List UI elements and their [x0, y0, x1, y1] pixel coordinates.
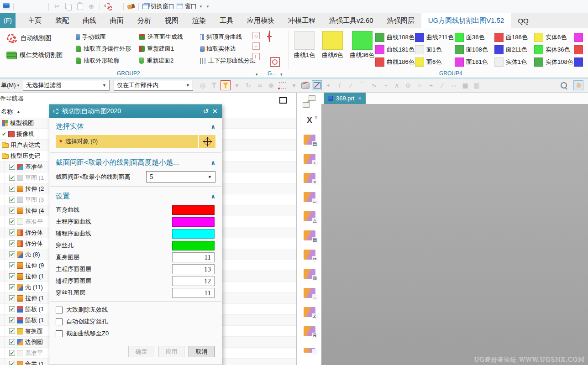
- qat-icon[interactable]: [104, 2, 113, 11]
- qat-icon[interactable]: [29, 2, 33, 11]
- toolbar-icon[interactable]: ∿: [369, 80, 379, 90]
- qat-icon[interactable]: [3, 3, 10, 10]
- spacing-combo[interactable]: 5 ▼: [146, 171, 215, 182]
- ribbon-tab[interactable]: 曲线: [76, 13, 103, 28]
- feature-checkbox[interactable]: [9, 339, 15, 345]
- feature-checkbox[interactable]: [9, 208, 15, 214]
- toolbar-icon[interactable]: ⊕: [266, 80, 276, 90]
- close-tab-icon[interactable]: ×: [358, 95, 361, 102]
- qat-icon[interactable]: ✂: [52, 2, 62, 11]
- window-menu-button[interactable]: 窗口 ▾: [177, 2, 203, 11]
- toolbar-icon[interactable]: ▾: [289, 80, 299, 90]
- toolbar-icon[interactable]: ○: [415, 80, 425, 90]
- layer-input[interactable]: 13: [172, 264, 215, 274]
- reset-icon[interactable]: ↺: [203, 107, 209, 115]
- ribbon-button[interactable]: 重新建面1: [139, 43, 183, 55]
- ribbon-button[interactable]: 上下异形曲线分层: [200, 55, 256, 67]
- groupg-caret-icon[interactable]: ▾: [280, 72, 283, 77]
- section-select-solid[interactable]: 选择实体 ∧: [49, 119, 222, 134]
- color-swatch-button[interactable]: 曲线186色: [375, 57, 415, 67]
- toolbar-icon[interactable]: ▱: [449, 80, 459, 90]
- color-picker[interactable]: [172, 205, 215, 215]
- color-swatch-button[interactable]: 曲线211色: [415, 33, 455, 42]
- color-swatch-button[interactable]: 实体108色: [534, 57, 574, 67]
- feature-checkbox[interactable]: [9, 350, 15, 356]
- qat-icon[interactable]: [64, 2, 73, 11]
- color-swatch-button[interactable]: 面211色: [494, 45, 534, 54]
- qat-icon[interactable]: [48, 3, 49, 10]
- checkbox[interactable]: [56, 318, 63, 325]
- ribbon-tab[interactable]: 渲染: [185, 13, 213, 28]
- toolbar-icon[interactable]: ∕: [437, 80, 447, 90]
- toolbar-icon[interactable]: ∧: [392, 80, 402, 90]
- point-target-icon[interactable]: [268, 32, 270, 41]
- color-swatch-button[interactable]: 曲线1色: [294, 31, 315, 59]
- select-object-field[interactable]: * 选择对象 (0): [56, 135, 198, 148]
- side-tool-icon[interactable]: +: [304, 154, 315, 164]
- menu-button[interactable]: 单(M) ▾: [1, 81, 19, 89]
- toolbar-icon[interactable]: +: [426, 80, 436, 90]
- toolbar-icon[interactable]: ▥: [472, 80, 482, 90]
- option-row[interactable]: 自动创建穿丝孔: [49, 316, 222, 328]
- side-tool-icon[interactable]: ↗: [304, 96, 315, 106]
- feature-checkbox[interactable]: [9, 284, 15, 290]
- feature-checkbox[interactable]: [9, 262, 15, 268]
- feature-checkbox[interactable]: [9, 164, 15, 170]
- feature-checkbox[interactable]: [9, 273, 15, 279]
- toolbar-icon[interactable]: [209, 80, 219, 90]
- qat-icon[interactable]: [100, 3, 100, 10]
- qat-icon[interactable]: [115, 2, 120, 11]
- color-swatch-button[interactable]: [574, 45, 588, 54]
- side-tool-icon[interactable]: ▥: [304, 269, 315, 279]
- color-swatch-button[interactable]: 实体36色: [534, 45, 574, 54]
- color-swatch-button[interactable]: 面36色: [455, 33, 494, 42]
- option-row[interactable]: 截面曲线移至Z0: [49, 328, 222, 339]
- color-swatch-button[interactable]: 曲线108色: [375, 33, 415, 42]
- qat-icon[interactable]: ⊕: [87, 2, 96, 11]
- qat-icon[interactable]: [13, 3, 14, 10]
- ribbon-tab[interactable]: QQ: [511, 13, 535, 28]
- ribbon-tab[interactable]: 主页: [21, 13, 48, 28]
- ribbon-tab[interactable]: 视图: [158, 13, 185, 28]
- toolbar-icon[interactable]: [300, 80, 310, 90]
- ribbon-tab[interactable]: 装配: [48, 13, 76, 28]
- feature-checkbox[interactable]: [9, 229, 15, 235]
- color-swatch-button[interactable]: 面181色: [455, 57, 494, 67]
- ribbon-button[interactable]: 选直面生成线: [139, 31, 183, 43]
- qat-icon[interactable]: [17, 2, 26, 11]
- ribbon-button[interactable]: 斜顶直身曲线: [200, 31, 256, 43]
- selection-filter-combo[interactable]: 无选择过滤器 ▼: [23, 80, 110, 91]
- group2-caret-icon[interactable]: ▾: [256, 72, 258, 77]
- toolbar-icon[interactable]: ▦: [460, 80, 470, 90]
- color-swatch-button[interactable]: 曲线181色: [375, 45, 415, 54]
- feature-checkbox[interactable]: [9, 361, 15, 365]
- selection-scope-combo[interactable]: 仅在工作部件内 ▼: [114, 80, 193, 91]
- color-swatch-button[interactable]: 面6色: [415, 57, 455, 67]
- color-swatch-button[interactable]: 面108色: [455, 45, 494, 54]
- side-tool-icon[interactable]: ▤: [304, 135, 315, 145]
- cancel-button[interactable]: 取消: [189, 346, 215, 357]
- ribbon-button[interactable]: 手动截面: [76, 31, 131, 43]
- part-tab[interactable]: 369.prt ×: [324, 93, 366, 104]
- ribbon-tab[interactable]: 分析: [131, 13, 158, 28]
- toolbar-icon[interactable]: ~: [380, 80, 390, 90]
- feature-checkbox[interactable]: [9, 186, 15, 192]
- color-swatch-button[interactable]: 实体6色: [534, 33, 574, 42]
- restore-window-button[interactable]: [279, 97, 287, 104]
- toolbar-icon[interactable]: ∞: [255, 80, 265, 90]
- ribbon-button[interactable]: 抽取外形轮廓: [76, 55, 131, 67]
- feature-checkbox[interactable]: [9, 175, 15, 181]
- ribbon-button[interactable]: 重新建面2: [139, 55, 183, 67]
- ribbon-tab[interactable]: UG方圆线切割出图V1.52: [421, 13, 511, 28]
- side-tool-icon[interactable]: ×: [304, 173, 315, 183]
- close-icon[interactable]: ✕: [212, 107, 218, 115]
- ribbon-tab[interactable]: 应用模块: [240, 13, 281, 28]
- apply-button[interactable]: 应用: [158, 346, 184, 357]
- qat-icon[interactable]: [138, 3, 139, 10]
- side-tool-icon[interactable]: ▱: [304, 192, 315, 202]
- ribbon-button[interactable]: 抽取直身镶件外形: [76, 43, 131, 55]
- ribbon-tab[interactable]: 浩强工具v2.60: [322, 13, 380, 28]
- color-swatch-button[interactable]: 曲线6色: [322, 31, 343, 59]
- side-tool-icon[interactable]: ▤: [304, 230, 315, 240]
- checkbox[interactable]: [56, 330, 63, 337]
